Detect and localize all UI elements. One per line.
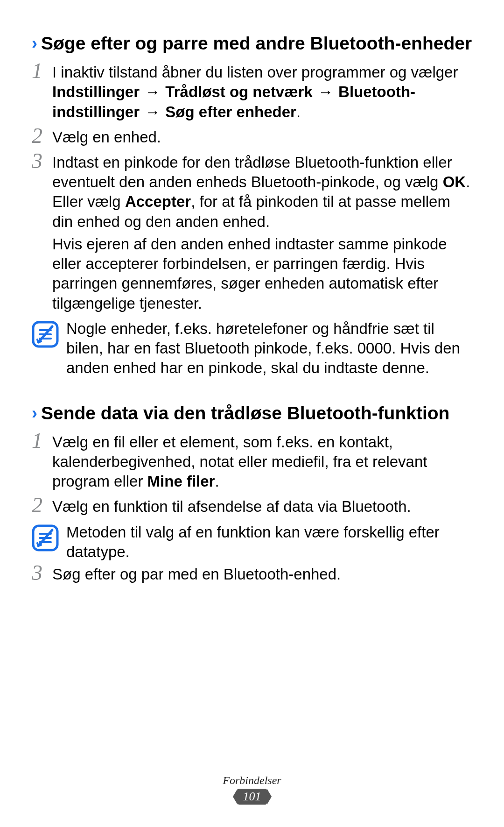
note-icon [32,524,59,551]
page-footer: Forbindelser 101 [0,774,504,805]
note-text: Metoden til valg af en funktion kan være… [66,523,472,562]
mine-filer-label: Mine filer [147,473,215,490]
step-body: Vælg en enhed. [52,127,472,150]
step-number: 1 [32,60,52,82]
step-1-send: 1 Vælg en fil eller et element, som f.ek… [32,432,472,495]
nav-traadlost: Trådløst og netværk [165,83,312,100]
page-number-badge: 101 [238,789,267,805]
s2-step2-text: Vælg en funktion til afsendelse af data … [52,497,472,516]
note-fixed-pin: Nogle enheder, f.eks. høretelefoner og h… [32,319,472,378]
footer-section-name: Forbindelser [0,774,504,787]
note-method-varies: Metoden til valg af en funktion kan være… [32,523,472,562]
step1-suffix: . [296,103,301,120]
step-body: I inaktiv tilstand åbner du listen over … [52,63,472,125]
heading-text: Søge efter og parre med andre Bluetooth-… [41,33,472,54]
step2-text: Vælg en enhed. [52,127,472,147]
step-2-send: 2 Vælg en funktion til afsendelse af dat… [32,497,472,519]
step-number: 2 [32,495,52,516]
step-body: Vælg en funktion til afsendelse af data … [52,497,472,519]
arrow-icon: → [317,82,334,102]
manual-page: › Søge efter og parre med andre Bluetoot… [0,0,504,827]
ok-label: OK [443,173,466,191]
arrow-icon: → [144,82,161,102]
step-number: 1 [32,430,52,452]
note-text: Nogle enheder, f.eks. høretelefoner og h… [66,319,472,378]
step3-p1a: Indtast en pinkode for den trådløse Blue… [52,154,452,191]
accept-label: Accepter [125,193,191,210]
step-body: Vælg en fil eller et element, som f.eks.… [52,432,472,495]
step-number: 3 [32,150,52,172]
s2-step1a: Vælg en fil eller et element, som f.eks.… [52,433,427,490]
nav-sog-enheder: Søg efter enheder [165,103,296,120]
s2-step3-text: Søg efter og par med en Bluetooth-enhed. [52,565,472,584]
chevron-right-icon: › [32,403,37,424]
step-3-send: 3 Søg efter og par med en Bluetooth-enhe… [32,565,472,587]
nav-indstillinger: Indstillinger [52,83,140,100]
step-body: Indtast en pinkode for den trådløse Blue… [52,153,472,316]
section-heading-send-data: › Sende data via den trådløse Bluetooth-… [32,403,472,424]
step-3: 3 Indtast en pinkode for den trådløse Bl… [32,153,472,316]
heading-text: Sende data via den trådløse Bluetooth-fu… [41,403,449,424]
note-icon [32,321,59,348]
step-number: 2 [32,125,52,147]
step-body: Søg efter og par med en Bluetooth-enhed. [52,565,472,587]
arrow-icon: → [144,102,161,122]
step1-prefix: I inaktiv tilstand åbner du listen over … [52,64,458,81]
step-1: 1 I inaktiv tilstand åbner du listen ove… [32,63,472,125]
step3-p2: Hvis ejeren af den anden enhed indtaster… [52,234,472,313]
step-number: 3 [32,562,52,584]
section-heading-pair-devices: › Søge efter og parre med andre Bluetoot… [32,33,472,54]
step-2: 2 Vælg en enhed. [32,127,472,150]
chevron-right-icon: › [32,33,37,54]
s2-step1b: . [215,473,219,490]
